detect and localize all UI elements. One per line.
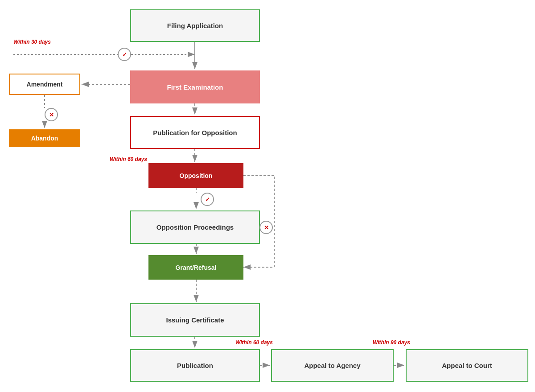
publication-label: Publication	[177, 362, 213, 369]
filing-application-box: Filing Application	[130, 9, 260, 42]
within-90-label: Within 90 days	[373, 339, 410, 346]
abandon-label: Abandon	[31, 135, 58, 142]
amendment-box: Amendment	[9, 74, 80, 95]
check-circle-1: ✓	[118, 48, 131, 61]
appeal-to-agency-label: Appeal to Agency	[304, 362, 360, 369]
grant-refusal-label: Grant/Refusal	[176, 264, 217, 271]
issuing-certificate-label: Issuing Certificate	[166, 316, 224, 324]
check-icon-2: ✓	[205, 196, 210, 203]
within-30-label: Within 30 days	[13, 39, 51, 45]
publication-box: Publication	[130, 349, 260, 382]
first-examination-label: First Examination	[167, 83, 223, 91]
amendment-label: Amendment	[27, 81, 63, 88]
within-60-pub-label: Within 60 days	[235, 339, 273, 346]
check-circle-2: ✓	[201, 193, 214, 206]
appeal-to-agency-box: Appeal to Agency	[271, 349, 394, 382]
arrows-svg	[0, 0, 535, 392]
opposition-label: Opposition	[180, 172, 213, 179]
publication-for-opposition-box: Publication for Opposition	[130, 116, 260, 149]
x-icon-2: ✕	[264, 224, 269, 231]
abandon-box: Abandon	[9, 129, 80, 147]
x-circle-1: ✕	[45, 108, 58, 121]
filing-application-label: Filing Application	[167, 22, 223, 29]
appeal-to-court-label: Appeal to Court	[442, 362, 492, 369]
x-circle-2: ✕	[259, 221, 273, 234]
x-icon-1: ✕	[49, 111, 54, 118]
publication-for-opposition-label: Publication for Opposition	[153, 129, 237, 136]
issuing-certificate-box: Issuing Certificate	[130, 303, 260, 337]
opposition-box: Opposition	[148, 163, 243, 188]
grant-refusal-box: Grant/Refusal	[148, 255, 243, 280]
opposition-proceedings-label: Opposition Proceedings	[156, 223, 234, 231]
within-60-opp-label: Within 60 days	[110, 156, 147, 162]
diagram: Filing Application First Examination Pub…	[0, 0, 535, 392]
opposition-proceedings-box: Opposition Proceedings	[130, 210, 260, 244]
check-icon-1: ✓	[122, 51, 127, 58]
first-examination-box: First Examination	[130, 70, 260, 103]
appeal-to-court-box: Appeal to Court	[406, 349, 528, 382]
